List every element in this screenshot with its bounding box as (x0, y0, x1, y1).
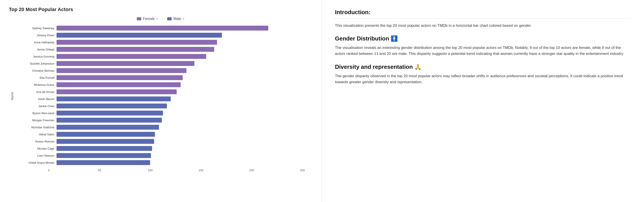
bar-fill (56, 139, 154, 144)
legend-female-label: Female ♀ (143, 17, 158, 21)
x-tick: 100 (148, 169, 153, 172)
bar-label: Ana de Armas (17, 90, 56, 94)
legend-female: Female ♀ (137, 17, 158, 21)
bar-fill (56, 125, 159, 130)
bar-row: Ana de Armas (17, 89, 312, 95)
bar-fill (56, 26, 268, 30)
chart-title: Top 20 Most Popular Actors (9, 7, 312, 12)
female-swatch (137, 17, 141, 20)
bar-row: Anne Hathaway (17, 39, 312, 45)
bar-track (56, 82, 312, 87)
gender-title: Gender Distribution 🚹 (335, 35, 631, 42)
bar-row: Sydney Sweeney (17, 25, 312, 31)
bar-track (56, 40, 312, 45)
gender-text: The visualisation reveals an interesting… (335, 45, 631, 57)
bar-label: Jeremy Piven (17, 34, 56, 37)
bar-fill (56, 118, 162, 123)
bar-fill (56, 103, 167, 108)
bar-row: Christine Bermas (17, 68, 312, 74)
bar-track (56, 111, 312, 115)
bar-label: Jackie Chan (17, 104, 56, 108)
bar-fill (56, 97, 171, 101)
intro-title: Introduction: (335, 9, 631, 16)
bar-row: Kevin Bacon (17, 96, 312, 102)
x-tick: 50 (98, 169, 101, 172)
bar-track (56, 97, 312, 101)
bar-track (56, 89, 312, 94)
bar-row: Keanu Reeves (17, 138, 312, 144)
bar-track (56, 132, 312, 137)
bar-track (56, 68, 312, 73)
bar-row: Nicholas Galitzine (17, 124, 312, 130)
bar-label: Scarlett Johansson (17, 62, 56, 65)
bar-fill (56, 82, 181, 87)
bar-track (56, 54, 312, 59)
legend-male-label: Male ♂ (173, 17, 185, 21)
bar-fill (56, 40, 217, 45)
bar-label: Chloë Grace Moretz (17, 161, 56, 164)
bar-row: Byeon Woo-seok (17, 110, 312, 116)
bar-label: Morgan Freeman (17, 119, 56, 122)
bar-track (56, 125, 312, 130)
bar-fill (56, 89, 177, 94)
bar-label: Sydney Sweeney (17, 26, 56, 30)
x-tick: 200 (250, 169, 254, 172)
bar-track (56, 146, 312, 151)
bar-track (56, 47, 312, 52)
x-axis: 050100150200250 (49, 169, 312, 174)
bar-label: Keanu Reeves (17, 140, 56, 143)
bar-fill (56, 54, 206, 59)
chart-legend: Female ♀ Male ♂ (9, 17, 312, 21)
bar-track (56, 103, 312, 108)
bar-fill (56, 47, 214, 52)
bar-row: Jessica Gunning (17, 54, 312, 59)
x-tick: 250 (300, 169, 305, 172)
bar-row: Ella Purnell (17, 75, 312, 81)
bar-row: Nicolas Cage (17, 146, 312, 151)
bar-label: Mckenna Grace (17, 83, 56, 87)
bar-label: Nicolas Cage (17, 147, 56, 150)
bar-label: Liam Neeson (17, 154, 56, 157)
bar-label: Althaf Salim (17, 133, 56, 136)
bar-track (56, 33, 312, 38)
bar-row: Althaf Salim (17, 131, 312, 137)
bar-row: Scarlett Johansson (17, 61, 312, 66)
bar-row: Liam Neeson (17, 153, 312, 158)
bar-fill (56, 68, 186, 73)
bar-fill (56, 61, 194, 66)
bar-label: Jessica Gunning (17, 55, 56, 58)
legend-male: Male ♂ (167, 17, 185, 21)
bar-fill (56, 160, 150, 165)
bar-track (56, 160, 312, 165)
male-swatch (167, 17, 172, 20)
chart-panel: Top 20 Most Popular Actors Female ♀ Male… (0, 0, 322, 202)
x-tick: 0 (48, 169, 50, 172)
bar-track (56, 26, 312, 30)
bar-fill (56, 111, 163, 115)
bar-label: Jenna Ortega (17, 48, 56, 51)
bar-track (56, 75, 312, 80)
bar-fill (56, 75, 183, 80)
diversity-title: Diversity and representation 🙏 (335, 64, 631, 70)
bar-row: Mckenna Grace (17, 82, 312, 88)
bar-label: Byeon Woo-seok (17, 111, 56, 115)
bar-fill (56, 153, 151, 158)
bar-row: Morgan Freeman (17, 117, 312, 123)
bar-track (56, 153, 312, 158)
bar-track (56, 118, 312, 123)
diversity-text: The gender disparity observed in the top… (335, 73, 631, 85)
intro-divider (335, 18, 631, 19)
bar-row: Chloë Grace Moretz (17, 160, 312, 166)
bar-row: Jackie Chan (17, 103, 312, 109)
bar-label: Ella Purnell (17, 76, 56, 79)
y-axis-label: Name (9, 25, 16, 167)
bar-label: Kevin Bacon (17, 97, 56, 101)
chart-body: Sydney SweeneyJeremy PivenAnne HathawayJ… (17, 25, 312, 167)
bar-fill (56, 33, 222, 38)
right-panel: Introduction: This visualization present… (322, 0, 644, 202)
bar-fill (56, 132, 155, 137)
bar-track (56, 139, 312, 144)
bar-label: Anne Hathaway (17, 41, 56, 44)
x-tick: 150 (199, 169, 204, 172)
bar-label: Christine Bermas (17, 69, 56, 72)
